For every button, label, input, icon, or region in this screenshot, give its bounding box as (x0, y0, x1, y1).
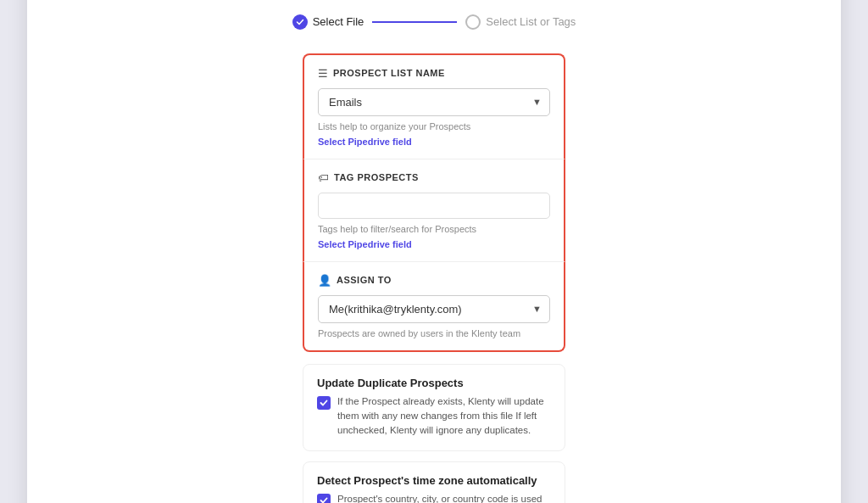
assign-to-select-wrapper: Me(krithika@tryklenty.com) ▼ (318, 295, 550, 323)
detect-timezone-section: Detect Prospect's time zone automaticall… (303, 461, 565, 503)
modal: ‹ Import from Pipedrive Start Import × S… (27, 0, 841, 503)
prospect-list-hint: Lists help to organize your Prospects Se… (318, 121, 550, 147)
step-2-circle (465, 14, 481, 30)
assign-to-header: 👤 ASSIGN TO (318, 274, 550, 287)
assign-to-select[interactable]: Me(krithika@tryklenty.com) (318, 295, 550, 323)
update-duplicates-title: Update Duplicate Prospects (317, 377, 551, 389)
tag-hint: Tags help to filter/search for Prospects… (318, 224, 550, 249)
step-1-label: Select File (313, 15, 364, 28)
tag-icon: 🏷 (318, 171, 329, 184)
prospect-list-select[interactable]: Emails (318, 88, 550, 116)
detect-timezone-title: Detect Prospect's time zone automaticall… (317, 474, 551, 487)
step-divider (372, 21, 457, 23)
step-2: Select List or Tags (465, 14, 576, 30)
list-icon: ☰ (318, 67, 328, 80)
detect-timezone-checkbox[interactable] (317, 494, 331, 503)
prospect-list-pipedrive-link[interactable]: Select Pipedrive field (318, 137, 412, 147)
tag-prospects-header: 🏷 TAG PROSPECTS (318, 171, 550, 184)
tag-input[interactable] (318, 193, 550, 219)
detect-timezone-row: Prospect's country, city, or country cod… (317, 492, 551, 503)
assign-to-section: 👤 ASSIGN TO Me(krithika@tryklenty.com) ▼… (303, 262, 565, 352)
form-wrapper: ☰ PROSPECT LIST NAME Emails ▼ Lists help… (303, 53, 565, 503)
person-icon: 👤 (318, 274, 331, 287)
step-1-circle (292, 14, 308, 30)
update-duplicates-checkbox[interactable] (317, 396, 331, 410)
prospect-list-title: PROSPECT LIST NAME (333, 68, 445, 78)
update-duplicates-row: If the Prospect already exists, Klenty w… (317, 394, 551, 439)
prospect-list-select-wrapper: Emails ▼ (318, 88, 550, 116)
step-1: Select File (292, 14, 364, 30)
stepper: Select File Select List or Tags (27, 0, 841, 45)
tag-prospects-section: 🏷 TAG PROSPECTS Tags help to filter/sear… (303, 159, 565, 262)
prospect-list-section: ☰ PROSPECT LIST NAME Emails ▼ Lists help… (303, 53, 565, 159)
tag-pipedrive-link[interactable]: Select Pipedrive field (318, 239, 412, 249)
step-2-label: Select List or Tags (486, 15, 576, 28)
update-duplicates-desc: If the Prospect already exists, Klenty w… (337, 394, 551, 439)
prospect-list-header: ☰ PROSPECT LIST NAME (318, 67, 550, 80)
detect-timezone-desc: Prospect's country, city, or country cod… (337, 492, 551, 503)
tag-prospects-title: TAG PROSPECTS (334, 172, 419, 182)
assign-to-hint: Prospects are owned by users in the Klen… (318, 328, 550, 338)
update-duplicates-section: Update Duplicate Prospects If the Prospe… (303, 364, 565, 451)
assign-to-title: ASSIGN TO (337, 275, 392, 285)
modal-body: ☰ PROSPECT LIST NAME Emails ▼ Lists help… (27, 45, 841, 503)
